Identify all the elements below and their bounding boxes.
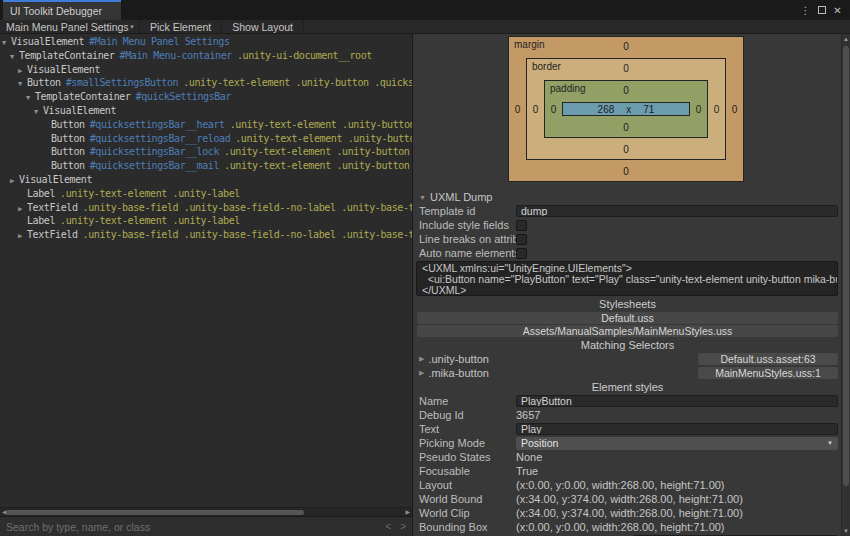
uxml-dump-textarea[interactable]: <UXML xmlns:ui="UnityEngine.UIElements">…: [416, 261, 838, 296]
border-left-value: 0: [527, 104, 544, 115]
tree-element-name: #quickSettingsBar: [136, 91, 232, 102]
foldout-closed-icon[interactable]: ▶: [18, 230, 27, 242]
foldout-closed-icon[interactable]: ▶: [10, 175, 19, 187]
tree-row[interactable]: Button#quicksettingsBar__mail.unity-text…: [0, 159, 412, 173]
pick-element-button[interactable]: Pick Element: [140, 20, 222, 33]
padding-left-value: 0: [545, 104, 562, 115]
template-id-field[interactable]: dump: [516, 205, 838, 217]
search-next-button[interactable]: >: [400, 521, 406, 532]
selector-source-button[interactable]: Default.uss.asset:63: [698, 353, 838, 365]
scroll-right-icon[interactable]: ▶: [405, 508, 410, 517]
style-row-label: Focusable: [414, 465, 516, 477]
checkbox[interactable]: [516, 234, 527, 245]
uxml-dump-foldout[interactable]: ▼ UXML Dump: [414, 190, 841, 204]
scroll-up-icon[interactable]: ▲: [842, 36, 850, 42]
padding-bottom-value: 0: [545, 122, 707, 133]
inspector-panel: margin 0 0 0 0 border 0 0 0 0 padding: [413, 34, 850, 536]
matching-selector-row: ▶.mika-buttonMainMenuStyles.uss:1: [414, 366, 841, 380]
foldout-open-icon[interactable]: ▼: [414, 194, 426, 201]
panel-picker-dropdown[interactable]: Main Menu Panel Settings ▼: [0, 20, 140, 33]
style-dropdown[interactable]: Position▼: [516, 437, 838, 450]
foldout-open-icon[interactable]: ▼: [34, 106, 43, 118]
element-style-row: World Clip(x:34.00, y:374.00, width:268.…: [414, 506, 841, 520]
inspector-content: margin 0 0 0 0 border 0 0 0 0 padding: [414, 34, 841, 536]
tree-element-type: VisualElement: [43, 105, 116, 116]
style-row-value: (x:0.00, y:0.00, width:268.00, height:71…: [516, 479, 725, 491]
search-input[interactable]: [6, 521, 376, 533]
tree-element-type: TextField: [27, 202, 78, 213]
element-style-row: Layout(x:0.00, y:0.00, width:268.00, hei…: [414, 478, 841, 492]
checkbox[interactable]: [516, 248, 527, 259]
checkbox[interactable]: [516, 220, 527, 231]
foldout-open-icon[interactable]: ▼: [26, 92, 35, 104]
tree-row[interactable]: ▶VisualElement: [0, 63, 412, 77]
padding-right-value: 0: [690, 104, 707, 115]
foldout-open-icon[interactable]: ▼: [10, 51, 19, 63]
style-text-field[interactable]: PlayButton: [516, 395, 838, 407]
tree-element-name: #quicksettingsBar__heart: [90, 119, 225, 130]
horizontal-scrollbar[interactable]: ◀ ▶: [0, 507, 412, 516]
stylesheet-button[interactable]: Default.uss: [417, 312, 838, 324]
tree-row[interactable]: Button#quicksettingsBar__heart.unity-tex…: [0, 118, 412, 132]
uxml-option-row: Include style fields: [414, 218, 841, 232]
kebab-menu-icon[interactable]: ⋮: [800, 4, 811, 16]
style-text-field[interactable]: Play: [516, 423, 838, 435]
tree-row[interactable]: ▶VisualElement: [0, 173, 412, 187]
main-split: ▼VisualElement#Main Menu Panel Settings▼…: [0, 34, 850, 536]
tree-row[interactable]: Label.unity-text-element .unity-label: [0, 214, 412, 228]
stylesheets-header: Stylesheets: [414, 297, 841, 311]
style-row-label: Pseudo States: [414, 451, 516, 463]
tree-row[interactable]: ▼TemplateContainer#Main Menu-container.u…: [0, 49, 412, 63]
tree-element-type: VisualElement: [19, 174, 92, 185]
window-tab[interactable]: UI Toolkit Debugger: [3, 0, 121, 20]
show-layout-button[interactable]: Show Layout: [222, 20, 304, 33]
style-row-label: Name: [414, 395, 516, 407]
box-model-content: 268 x 71: [562, 102, 690, 116]
tree-row[interactable]: Button#quicksettingsBar__lock.unity-text…: [0, 145, 412, 159]
tree-element-classes: .unity-text-element .unity-button: [235, 133, 412, 144]
vertical-scrollbar[interactable]: ▲ ▼: [841, 34, 850, 536]
selector-source-button[interactable]: MainMenuStyles.uss:1: [698, 367, 838, 379]
foldout-closed-icon[interactable]: ▶: [18, 203, 27, 215]
tree-element-type: Button: [27, 77, 61, 88]
foldout-closed-icon[interactable]: ▶: [414, 355, 424, 363]
box-model-margin: margin 0 0 0 0 border 0 0 0 0 padding: [508, 36, 744, 182]
tree-row[interactable]: ▼VisualElement: [0, 104, 412, 118]
content-width-value: 268: [598, 104, 615, 115]
tree-row[interactable]: ▶TextField.unity-base-field .unity-base-…: [0, 228, 412, 242]
selector-name: .unity-button: [428, 353, 489, 365]
element-style-row: NamePlayButton: [414, 394, 841, 408]
style-row-label: Text: [414, 423, 516, 435]
horizontal-scrollbar-thumb[interactable]: [6, 510, 304, 515]
search-prev-button[interactable]: <: [385, 521, 391, 532]
tree-element-type: Button: [51, 160, 85, 171]
style-row-label: World Bound: [414, 493, 516, 505]
style-row-label: World Clip: [414, 507, 516, 519]
tree-row[interactable]: ▼VisualElement#Main Menu Panel Settings: [0, 35, 412, 49]
element-styles-header: Element styles: [414, 380, 841, 394]
margin-right-value: 0: [726, 104, 743, 115]
style-row-value: (x:0.00, y:0.00, width:268.00, height:71…: [516, 521, 725, 533]
maximize-icon[interactable]: [816, 4, 827, 16]
tree-row[interactable]: ▼TemplateContainer#quickSettingsBar: [0, 90, 412, 104]
foldout-open-icon[interactable]: ▼: [18, 78, 27, 90]
stylesheet-button[interactable]: Assets/ManualSamples/MainMenuStyles.uss: [417, 325, 838, 337]
vertical-scrollbar-thumb[interactable]: [843, 46, 849, 486]
uxml-dump-line: </UXML>: [422, 285, 832, 296]
panel-picker-label: Main Menu Panel Settings: [6, 21, 129, 33]
scroll-down-icon[interactable]: ▼: [842, 528, 850, 534]
foldout-closed-icon[interactable]: ▶: [18, 65, 27, 77]
tree-element-type: Button: [51, 146, 85, 157]
tree-row[interactable]: Button#quicksettingsBar__reload.unity-te…: [0, 132, 412, 146]
search-bar: < >: [0, 516, 412, 536]
box-model-border: border 0 0 0 0 padding 0 0 0 0: [526, 58, 726, 160]
tree-row[interactable]: ▼Button#smallSettingsButton.unity-text-e…: [0, 76, 412, 90]
tree-element-type: TemplateContainer: [35, 91, 131, 102]
close-icon[interactable]: ✕: [832, 4, 843, 16]
tree-element-name: #smallSettingsButton: [66, 77, 178, 88]
tree-row[interactable]: Label.unity-text-element .unity-label: [0, 187, 412, 201]
tree-row[interactable]: ▶TextField.unity-base-field .unity-base-…: [0, 201, 412, 215]
content-size-separator: x: [626, 104, 631, 115]
foldout-open-icon[interactable]: ▼: [2, 37, 11, 49]
foldout-closed-icon[interactable]: ▶: [414, 369, 424, 377]
